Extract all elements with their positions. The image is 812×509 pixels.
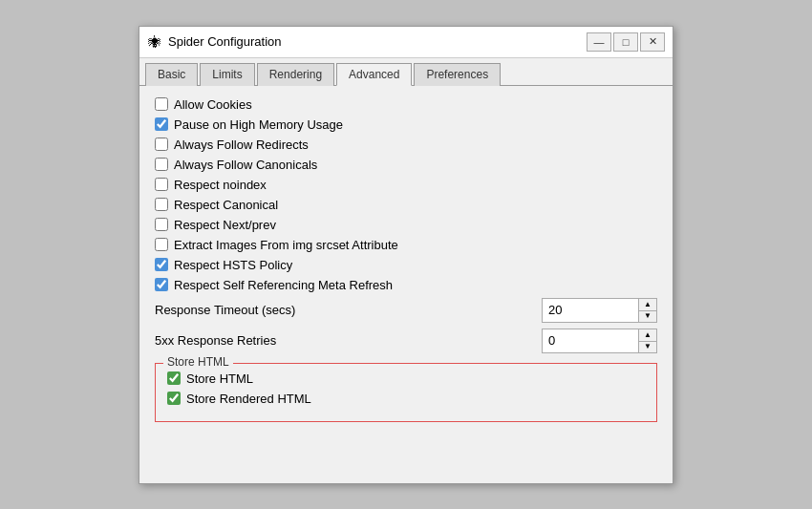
response-timeout-input[interactable]: [543, 299, 638, 322]
tab-limits[interactable]: Limits: [200, 63, 254, 86]
always-follow-canonicals-label[interactable]: Always Follow Canonicals: [174, 158, 317, 172]
store-html-row: Store HTML: [167, 371, 645, 386]
respect-hsts-row: Respect HSTS Policy: [155, 258, 657, 272]
respect-next-prev-label[interactable]: Respect Next/prev: [174, 218, 276, 232]
pause-high-memory-label[interactable]: Pause on High Memory Usage: [174, 117, 343, 132]
tab-preferences[interactable]: Preferences: [414, 63, 501, 86]
respect-hsts-label[interactable]: Respect HSTS Policy: [174, 258, 292, 272]
respect-self-ref-label[interactable]: Respect Self Referencing Meta Refresh: [174, 278, 393, 292]
5xx-retries-label: 5xx Response Retries: [155, 333, 276, 348]
spider-config-window: 🕷 Spider Configuration — □ ✕ Basic Limit…: [139, 26, 673, 484]
pause-high-memory-row: Pause on High Memory Usage: [155, 117, 657, 132]
store-html-label[interactable]: Store HTML: [186, 371, 253, 386]
store-rendered-html-row: Store Rendered HTML: [167, 392, 645, 406]
5xx-retries-input[interactable]: [543, 329, 638, 352]
always-follow-redirects-row: Always Follow Redirects: [155, 138, 657, 152]
respect-noindex-row: Respect noindex: [155, 178, 657, 192]
tab-basic[interactable]: Basic: [145, 63, 198, 86]
always-follow-redirects-label[interactable]: Always Follow Redirects: [174, 138, 309, 152]
respect-hsts-checkbox[interactable]: [155, 258, 168, 271]
always-follow-canonicals-checkbox[interactable]: [155, 158, 168, 171]
response-timeout-buttons: ▲ ▼: [638, 299, 656, 322]
respect-canonical-checkbox[interactable]: [155, 198, 168, 211]
respect-noindex-label[interactable]: Respect noindex: [174, 178, 267, 192]
response-timeout-down[interactable]: ▼: [639, 310, 656, 322]
5xx-retries-spinner: ▲ ▼: [542, 329, 657, 353]
respect-next-prev-row: Respect Next/prev: [155, 218, 657, 232]
tab-rendering[interactable]: Rendering: [257, 63, 334, 86]
respect-canonical-label[interactable]: Respect Canonical: [174, 198, 278, 212]
5xx-retries-buttons: ▲ ▼: [638, 329, 656, 352]
app-icon: 🕷: [147, 34, 162, 50]
always-follow-canonicals-row: Always Follow Canonicals: [155, 158, 657, 172]
tab-advanced[interactable]: Advanced: [336, 63, 412, 86]
store-html-checkbox[interactable]: [167, 371, 181, 385]
allow-cookies-row: Allow Cookies: [155, 97, 657, 112]
store-rendered-html-label[interactable]: Store Rendered HTML: [186, 392, 311, 406]
5xx-retries-up[interactable]: ▲: [639, 329, 656, 341]
extract-images-checkbox[interactable]: [155, 238, 168, 251]
response-timeout-spinner: ▲ ▼: [542, 298, 657, 323]
store-html-group: Store HTML Store HTML Store Rendered HTM…: [155, 363, 657, 422]
respect-next-prev-checkbox[interactable]: [155, 218, 168, 231]
always-follow-redirects-checkbox[interactable]: [155, 138, 168, 151]
title-bar-left: 🕷 Spider Configuration: [147, 34, 282, 50]
pause-high-memory-checkbox[interactable]: [155, 117, 168, 131]
store-rendered-html-checkbox[interactable]: [167, 392, 181, 405]
tab-bar: Basic Limits Rendering Advanced Preferen…: [139, 58, 673, 86]
respect-canonical-row: Respect Canonical: [155, 198, 657, 212]
window-title: Spider Configuration: [168, 34, 282, 49]
close-button[interactable]: ✕: [640, 32, 665, 52]
title-buttons: — □ ✕: [587, 32, 665, 52]
content-area: Allow Cookies Pause on High Memory Usage…: [139, 86, 673, 434]
minimize-button[interactable]: —: [587, 32, 611, 52]
allow-cookies-label[interactable]: Allow Cookies: [174, 97, 252, 112]
response-timeout-row: Response Timeout (secs) ▲ ▼: [155, 298, 657, 323]
respect-self-ref-row: Respect Self Referencing Meta Refresh: [155, 278, 657, 292]
response-timeout-label: Response Timeout (secs): [155, 303, 295, 317]
5xx-retries-down[interactable]: ▼: [639, 341, 656, 352]
5xx-retries-row: 5xx Response Retries ▲ ▼: [155, 329, 657, 353]
respect-self-ref-checkbox[interactable]: [155, 278, 168, 291]
extract-images-label[interactable]: Extract Images From img srcset Attribute: [174, 238, 398, 252]
maximize-button[interactable]: □: [613, 32, 638, 52]
store-html-legend: Store HTML: [163, 355, 233, 369]
extract-images-row: Extract Images From img srcset Attribute: [155, 238, 657, 252]
respect-noindex-checkbox[interactable]: [155, 178, 168, 191]
allow-cookies-checkbox[interactable]: [155, 97, 168, 111]
title-bar: 🕷 Spider Configuration — □ ✕: [139, 27, 673, 58]
response-timeout-up[interactable]: ▲: [639, 299, 656, 310]
